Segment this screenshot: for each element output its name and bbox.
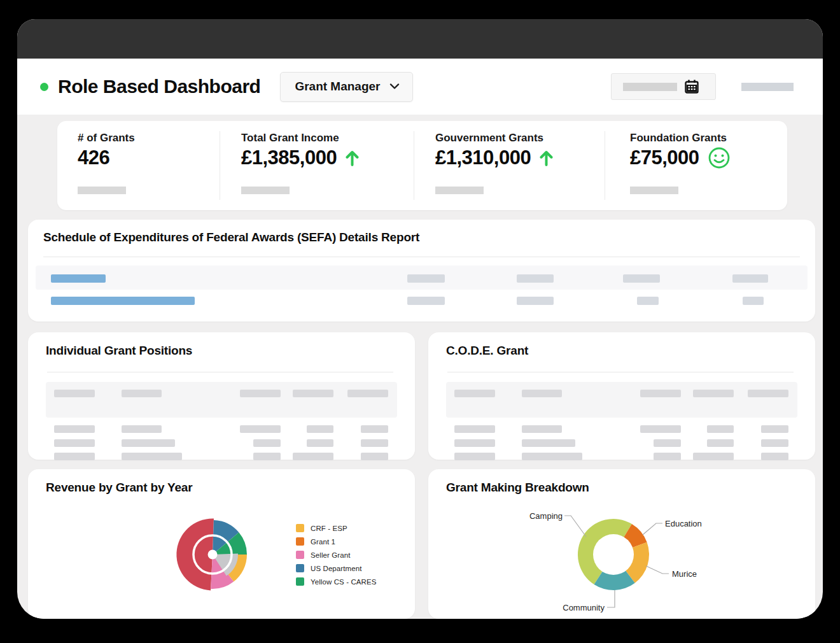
legend-item: Seller Grant — [296, 548, 377, 562]
skeleton-bar — [54, 453, 95, 460]
skeleton-bar — [640, 390, 681, 397]
skeleton-bar — [122, 425, 162, 433]
skeleton-bar — [122, 453, 182, 460]
code-grant-card: C.O.D.E. Grant — [428, 332, 815, 460]
stat-value: 426 — [78, 146, 109, 169]
stat-divider — [414, 131, 414, 200]
skeleton-bar — [361, 439, 388, 447]
header-placeholder — [741, 83, 794, 91]
skeleton-bar — [407, 274, 445, 283]
skeleton-bar — [407, 297, 445, 305]
stat-placeholder — [78, 187, 126, 194]
divider — [47, 372, 393, 372]
skeleton-bar — [761, 425, 788, 433]
skeleton-bar — [51, 274, 106, 283]
skeleton-bar — [454, 453, 495, 460]
skeleton-bar — [122, 390, 162, 397]
sefa-report-card: Schedule of Expenditures of Federal Awar… — [28, 220, 815, 322]
skeleton-bar — [122, 439, 175, 447]
skeleton-bar — [307, 425, 333, 433]
leader-line-camping — [564, 516, 586, 537]
skeleton-bar — [51, 297, 195, 305]
legend-swatch-crf-esp — [296, 524, 304, 532]
stat-divider — [605, 131, 605, 200]
chevron-down-icon — [389, 83, 400, 90]
dashboard-window: Role Based Dashboard Grant Manager — [17, 19, 823, 619]
skeleton-bar — [693, 453, 734, 460]
skeleton-bar — [522, 439, 575, 447]
stat-value: £1,385,000 — [241, 146, 337, 169]
skeleton-bar — [361, 453, 388, 460]
stat-value: £75,000 — [630, 146, 699, 169]
sefa-title: Schedule of Expenditures of Federal Awar… — [43, 230, 419, 244]
skeleton-bar — [761, 439, 788, 447]
skeleton-bar — [732, 274, 768, 283]
skeleton-bar — [361, 425, 388, 433]
legend-swatch-yellow-cs — [296, 577, 304, 586]
arrow-up-icon — [345, 150, 360, 167]
stats-summary-card: # of Grants 426 Total Grant Income £1,38… — [57, 121, 787, 210]
table-header-row — [446, 382, 797, 418]
arrow-up-icon — [539, 150, 554, 167]
date-picker[interactable] — [611, 73, 716, 100]
role-selector-button[interactable]: Grant Manager — [280, 72, 412, 102]
legend-item: Yellow CS - CARES — [296, 575, 377, 588]
window-titlebar — [17, 19, 823, 59]
donut-label-community: Community — [563, 603, 605, 612]
skeleton-bar — [654, 453, 681, 460]
skeleton-bar — [707, 439, 734, 447]
skeleton-bar — [240, 390, 281, 397]
legend-item: US Department — [296, 562, 377, 575]
skeleton-bar — [517, 297, 554, 305]
skeleton-bar — [54, 425, 95, 433]
skeleton-bar — [623, 274, 660, 283]
skeleton-bar — [654, 439, 681, 447]
skeleton-bar — [240, 425, 281, 433]
skeleton-bar — [517, 274, 554, 283]
skeleton-bar — [253, 453, 281, 460]
donut-hole — [593, 534, 634, 575]
donut-label-murice: Murice — [672, 569, 697, 579]
skeleton-bar — [522, 453, 582, 460]
skeleton-bar — [454, 390, 495, 397]
legend-swatch-seller-grant — [296, 551, 304, 559]
revenue-legend: CRF - ESP Grant 1 Seller Grant US Depart… — [296, 521, 377, 588]
skeleton-bar — [748, 390, 788, 397]
skeleton-bar — [454, 425, 495, 433]
stat-placeholder — [241, 187, 290, 194]
skeleton-bar — [54, 439, 95, 447]
role-selector-label: Grant Manager — [295, 80, 380, 94]
smiley-icon — [708, 146, 731, 169]
legend-item: CRF - ESP — [296, 521, 377, 535]
revenue-by-grant-card: Revenue by Grant by Year CRF - ESP Grant… — [28, 469, 415, 619]
skeleton-bar — [293, 453, 333, 460]
skeleton-bar — [707, 425, 734, 433]
stat-value: £1,310,000 — [435, 146, 531, 169]
skeleton-bar — [640, 425, 681, 433]
skeleton-bar — [454, 439, 495, 447]
leader-line-education — [643, 523, 662, 535]
page-title: Role Based Dashboard — [58, 76, 260, 97]
code-grant-title: C.O.D.E. Grant — [446, 344, 528, 358]
calendar-icon — [684, 79, 699, 94]
donut-label-education: Education — [665, 519, 702, 528]
divider — [447, 372, 794, 372]
status-dot-icon — [40, 83, 48, 91]
stat-placeholder — [630, 187, 678, 194]
skeleton-bar — [253, 439, 281, 447]
leader-line-community — [607, 590, 615, 607]
skeleton-bar — [761, 453, 788, 460]
skeleton-bar — [293, 390, 333, 397]
legend-swatch-grant-1 — [296, 537, 304, 546]
skeleton-bar — [307, 439, 333, 447]
breakdown-donut-chart: Camping Education Murice Community — [428, 469, 815, 619]
skeleton-bar — [347, 390, 388, 397]
date-placeholder — [623, 83, 677, 91]
skeleton-bar — [637, 297, 659, 305]
table-header-row — [46, 382, 397, 418]
app-header: Role Based Dashboard Grant Manager — [17, 59, 823, 115]
divider — [43, 257, 800, 257]
skeleton-bar — [522, 390, 562, 397]
skeleton-bar — [743, 297, 764, 305]
pie-center-hole — [208, 550, 218, 560]
